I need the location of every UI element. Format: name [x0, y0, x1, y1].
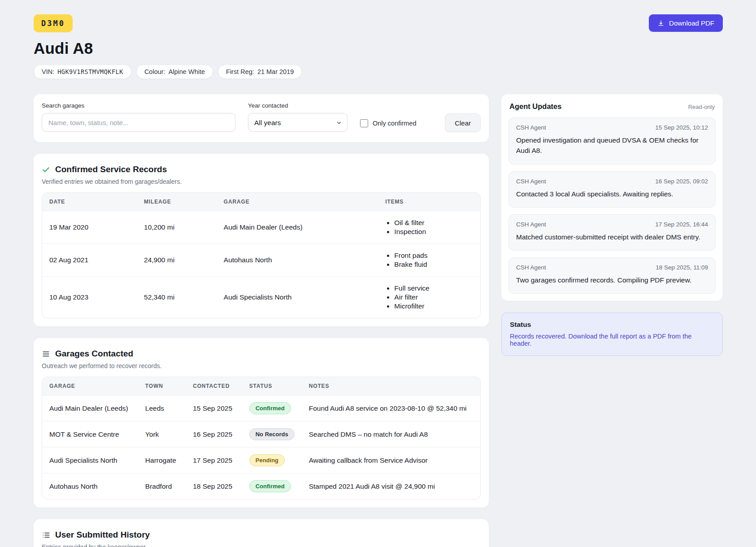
item: Inspection — [394, 228, 473, 236]
agent-update-card: CSH Agent 15 Sep 2025, 10:12 Opened inve… — [508, 117, 716, 165]
chip-label: First Reg: — [226, 68, 254, 75]
col-mileage: MILEAGE — [137, 193, 217, 211]
menu-lines-icon — [42, 350, 50, 358]
cell-garage: Autohaus North — [217, 244, 378, 277]
agent-updates-list: CSH Agent 15 Sep 2025, 10:12 Opened inve… — [508, 117, 716, 294]
right-column: Agent Updates Read-only CSH Agent 15 Sep… — [501, 94, 723, 356]
cell-garage: MOT & Service Centre — [42, 421, 138, 447]
user-history-subtitle: Entries provided by the keeper/owner. — [42, 543, 481, 547]
confirmed-records-subtitle: Verified entries we obtained from garage… — [42, 178, 481, 185]
garages-contacted-title: Garages Contacted — [55, 349, 133, 359]
table-row: 10 Aug 2023 52,340 mi Audi Specialists N… — [42, 277, 480, 318]
garages-contacted-body: Audi Main Dealer (Leeds) Leeds 15 Sep 20… — [42, 395, 480, 499]
item: Microfilter — [394, 302, 473, 310]
cell-mileage: 24,900 mi — [137, 244, 217, 277]
cell-date: 02 Aug 2021 — [42, 244, 137, 277]
update-message: Two garages confirmed records. Compiling… — [516, 275, 708, 285]
agent-update-meta: CSH Agent 16 Sep 2025, 09:02 — [516, 178, 708, 185]
item: Front pads — [394, 252, 473, 260]
download-pdf-label: Download PDF — [669, 19, 714, 27]
agent-name: CSH Agent — [516, 178, 546, 185]
update-timestamp: 16 Sep 2025, 09:02 — [655, 178, 708, 185]
cell-town: Leeds — [138, 395, 186, 421]
item: Full service — [394, 284, 473, 292]
status-badge: Confirmed — [249, 402, 291, 414]
agent-updates-header: Agent Updates Read-only — [508, 102, 716, 111]
agent-name: CSH Agent — [516, 124, 546, 131]
confirmed-records-header: Confirmed Service Records — [42, 162, 481, 174]
chip-label: VIN: — [42, 68, 54, 75]
update-message: Opened investigation and queued DVSA & O… — [516, 135, 708, 156]
col-status: STATUS — [242, 377, 302, 395]
only-confirmed-checkbox[interactable] — [360, 119, 368, 127]
col-garage: GARAGE — [42, 377, 138, 395]
cell-notes: Stamped 2021 Audi A8 visit @ 24,900 mi — [302, 473, 480, 499]
user-history-card: User Submitted History Entries provided … — [34, 519, 489, 547]
cell-garage: Audi Main Dealer (Leeds) — [42, 395, 138, 421]
cell-notes: Found Audi A8 service on 2023-08-10 @ 52… — [302, 395, 480, 421]
col-garage: GARAGE — [217, 193, 378, 211]
agent-update-card: CSH Agent 18 Sep 2025, 11:09 Two garages… — [508, 257, 716, 294]
cell-town: York — [138, 421, 186, 447]
agent-update-meta: CSH Agent 17 Sep 2025, 16:44 — [516, 221, 708, 228]
page-header: D3M0 Audi A8 VIN: HGK9V1RSTMVMQKFLK Colo… — [34, 14, 723, 79]
page: D3M0 Audi A8 VIN: HGK9V1RSTMVMQKFLK Colo… — [0, 0, 756, 547]
clear-filters-button[interactable]: Clear — [445, 113, 481, 132]
cell-notes: Awaiting callback from Service Advisor — [302, 447, 480, 473]
main-content: Search garages Year contacted All years … — [34, 94, 723, 547]
col-town: TOWN — [138, 377, 186, 395]
update-message: Matched customer-submitted receipt with … — [516, 232, 708, 242]
status-message: Records recovered. Download the full rep… — [510, 333, 714, 347]
cell-contacted: 16 Sep 2025 — [186, 421, 242, 447]
confirmed-records-title: Confirmed Service Records — [55, 165, 167, 174]
item: Oil & filter — [394, 219, 473, 227]
user-history-header: User Submitted History — [42, 527, 481, 540]
cell-items: Front padsBrake fluid — [378, 244, 480, 277]
status-badge: Pending — [249, 454, 285, 466]
cell-date: 10 Aug 2023 — [42, 277, 137, 318]
garages-contacted-card: Garages Contacted Outreach we performed … — [34, 338, 489, 508]
items-list: Front padsBrake fluid — [385, 252, 473, 269]
vehicle-chip: Colour: Alpine White — [136, 65, 213, 79]
confirmed-records-card: Confirmed Service Records Verified entri… — [34, 154, 489, 326]
cell-status: Confirmed — [242, 395, 302, 421]
garages-contacted-table: GARAGE TOWN CONTACTED STATUS NOTES Audi … — [42, 377, 480, 499]
demo-badge: D3M0 — [34, 14, 73, 32]
cell-mileage: 10,200 mi — [137, 211, 217, 244]
agent-update-meta: CSH Agent 15 Sep 2025, 10:12 — [516, 124, 708, 131]
confirmed-records-table: DATE MILEAGE GARAGE ITEMS 19 Mar 2020 10… — [42, 193, 480, 318]
cell-date: 19 Mar 2020 — [42, 211, 137, 244]
left-column: Search garages Year contacted All years … — [34, 94, 489, 547]
agent-name: CSH Agent — [516, 264, 546, 271]
update-timestamp: 17 Sep 2025, 16:44 — [655, 221, 708, 228]
agent-update-card: CSH Agent 17 Sep 2025, 16:44 Matched cus… — [508, 214, 716, 251]
cell-garage: Audi Specialists North — [42, 447, 138, 473]
filter-bar: Search garages Year contacted All years … — [34, 94, 489, 142]
col-items: ITEMS — [378, 193, 480, 211]
garages-contacted-table-wrap: GARAGE TOWN CONTACTED STATUS NOTES Audi … — [42, 377, 481, 499]
agent-name: CSH Agent — [516, 221, 546, 228]
user-history-title: User Submitted History — [55, 530, 150, 540]
cell-mileage: 52,340 mi — [137, 277, 217, 318]
items-list: Full serviceAir filterMicrofilter — [385, 284, 473, 310]
cell-items: Full serviceAir filterMicrofilter — [378, 277, 480, 318]
year-select[interactable]: All years — [248, 113, 348, 132]
cell-contacted: 17 Sep 2025 — [186, 447, 242, 473]
col-date: DATE — [42, 193, 137, 211]
download-pdf-button[interactable]: Download PDF — [649, 14, 723, 32]
cell-status: No Records — [242, 421, 302, 447]
chip-value: HGK9V1RSTMVMQKFLK — [57, 68, 123, 75]
col-notes: NOTES — [302, 377, 480, 395]
table-row: Autohaus North Bradford 18 Sep 2025 Conf… — [42, 473, 480, 499]
confirmed-records-body: 19 Mar 2020 10,200 mi Audi Main Dealer (… — [42, 211, 480, 318]
cell-town: Bradford — [138, 473, 186, 499]
cell-garage: Audi Main Dealer (Leeds) — [217, 211, 378, 244]
table-row: MOT & Service Centre York 16 Sep 2025 No… — [42, 421, 480, 447]
search-input[interactable] — [42, 113, 235, 132]
cell-status: Pending — [242, 447, 302, 473]
chip-value: Alpine White — [169, 68, 205, 75]
table-row: Audi Main Dealer (Leeds) Leeds 15 Sep 20… — [42, 395, 480, 421]
year-group: Year contacted All years — [248, 102, 348, 132]
chip-value: 21 Mar 2019 — [257, 68, 294, 75]
agent-update-meta: CSH Agent 18 Sep 2025, 11:09 — [516, 264, 708, 271]
